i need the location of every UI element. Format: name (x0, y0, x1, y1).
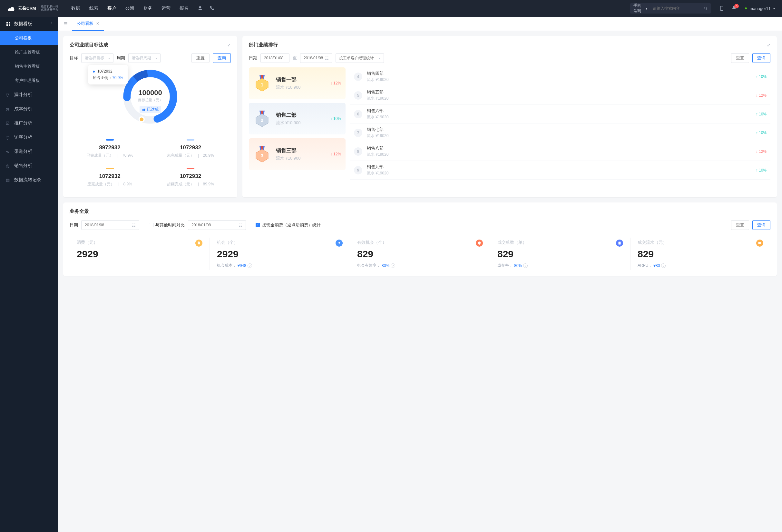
help-icon[interactable]: ? (523, 263, 528, 268)
rank-date-from[interactable]: 2018/01/08 (260, 53, 289, 63)
nav-客户[interactable]: 客户 (107, 5, 116, 11)
rank-reset-button[interactable]: 重置 (731, 53, 749, 63)
sidebar-item-客户经理看板[interactable]: 客户经理看板 (0, 73, 58, 88)
card-icon (756, 240, 763, 247)
kpi-2: 有效机会（个）829机会有效率：80%? (350, 238, 490, 270)
ov-query-button[interactable]: 查询 (752, 220, 771, 230)
rank-date-to-label: 至 (293, 55, 297, 61)
search-box: 手机号码▾ (630, 3, 711, 13)
sidebar-item-推广分析[interactable]: ☑推广分析 (0, 116, 58, 130)
rank-item-4: 4销售四部流水 ¥19020↑ 10% (350, 67, 771, 86)
svg-text:2: 2 (261, 117, 263, 123)
rank-medal-3: 3销售三部流水 ¥10,900↓ 12% (249, 138, 346, 170)
tab-label: 公司看板 (77, 21, 94, 27)
tabs-menu-toggle[interactable]: ☰ (61, 20, 70, 27)
rank-date-label: 日期 (249, 55, 257, 61)
sidebar-item-label: 数据流转记录 (14, 177, 41, 183)
search-input[interactable] (653, 6, 701, 11)
ov-reset-button[interactable]: 重置 (731, 220, 749, 230)
change-up: ↑ 10% (330, 116, 341, 121)
svg-rect-4 (6, 24, 8, 26)
ov-date-picker[interactable]: 2018/01/08☷ (81, 220, 139, 230)
rank-query-button[interactable]: 查询 (752, 53, 771, 63)
sidebar-item-推广主管看板[interactable]: 推广主管看板 (0, 45, 58, 59)
help-icon[interactable]: ? (248, 263, 252, 268)
bag-icon (196, 240, 203, 247)
search-type-select[interactable]: 手机号码▾ (633, 3, 650, 14)
user-name: manager11 (749, 6, 771, 11)
ov-cash-label: 按现金消费（返点后消费）统计 (262, 222, 321, 228)
mobile-icon[interactable] (719, 6, 724, 11)
cloud-icon (7, 5, 16, 12)
sidebar-item-销售主管看板[interactable]: 销售主管看板 (0, 59, 58, 73)
main: ☰ 公司看板 ✕ 公司业绩目标达成 ⤢ 目标 请选择目标▾ 周期 请选择周期▾ (58, 17, 782, 532)
rank-medal-2: 2销售二部流水 ¥10,900↑ 10% (249, 103, 346, 135)
logo[interactable]: 云朵CRM 教育机构一站 式服务云平台 (7, 5, 58, 12)
sidebar-parent-dashboard[interactable]: 数据看板 ˄ (0, 17, 58, 31)
svg-rect-5 (9, 24, 10, 26)
tab-company-board[interactable]: 公司看板 ✕ (72, 17, 104, 31)
chevron-up-icon: ˄ (50, 22, 52, 26)
sidebar-item-访客分析[interactable]: ◌访客分析 (0, 130, 58, 144)
sidebar-item-漏斗分析[interactable]: ▽漏斗分析 (0, 88, 58, 102)
nav-数据[interactable]: 数据 (71, 5, 80, 11)
notification-badge: 5 (734, 4, 739, 8)
user-icon[interactable] (198, 6, 203, 11)
status-tag: 已达成 (140, 106, 161, 113)
menu-icon: ◷ (6, 107, 11, 112)
sidebar-item-销售分析[interactable]: ◎销售分析 (0, 158, 58, 173)
metric-2: 1072932应完成量（元） | 8.9% (70, 163, 150, 191)
nav-公海[interactable]: 公海 (126, 5, 134, 11)
doc-icon (616, 240, 623, 247)
menu-icon: ◎ (6, 164, 11, 168)
help-icon[interactable]: ? (391, 263, 395, 268)
goal-reset-button[interactable]: 重置 (191, 53, 210, 63)
sidebar-item-数据流转记录[interactable]: ▤数据流转记录 (0, 173, 58, 187)
expand-icon[interactable]: ⤢ (227, 42, 231, 47)
help-icon[interactable]: ? (661, 263, 666, 268)
notification-bell[interactable]: 5 (732, 5, 737, 11)
goal-period-select[interactable]: 请选择周期▾ (128, 53, 161, 63)
user-menu[interactable]: manager11 ▾ (745, 6, 775, 11)
goal-target-select[interactable]: 请选择目标▾ (81, 53, 113, 63)
sidebar-item-label: 推广分析 (14, 120, 32, 126)
rank-medal-1: 1销售一部流水 ¥10,900↓ 12% (249, 67, 346, 99)
metric-3: 1072932超额完成（元） | 89.9% (150, 163, 231, 191)
sidebar-parent-label: 数据看板 (14, 21, 32, 27)
sidebar-item-公司看板[interactable]: 公司看板 (0, 31, 58, 45)
sidebar-item-渠道分析[interactable]: ∿渠道分析 (0, 144, 58, 158)
menu-icon: ∿ (6, 149, 11, 154)
plane-icon (335, 240, 343, 247)
sidebar-item-成本分析[interactable]: ◷成本分析 (0, 102, 58, 116)
goal-query-button[interactable]: 查询 (213, 53, 231, 63)
ov-date-label: 日期 (70, 222, 78, 228)
phone-icon[interactable] (209, 6, 214, 11)
sidebar-item-label: 渠道分析 (14, 149, 32, 154)
close-icon[interactable]: ✕ (96, 21, 99, 26)
nav-运营[interactable]: 运营 (162, 5, 171, 11)
metric-1: 1072932未完成量（元） | 20.9% (150, 135, 231, 163)
nav-线索[interactable]: 线索 (89, 5, 98, 11)
expand-icon[interactable]: ⤢ (767, 42, 771, 47)
menu-icon: ▤ (6, 178, 11, 182)
ov-date2-picker[interactable]: 2018/01/08☷ (188, 220, 246, 230)
kpi-1: 机会（个）2929机会成本：¥948? (210, 238, 350, 270)
thumbs-up-icon (142, 108, 146, 111)
rank-stat-select[interactable]: 按工单客户经理统计▾ (335, 53, 384, 63)
svg-rect-3 (9, 22, 10, 24)
top-nav-extra (198, 6, 214, 11)
rank-card: 部门业绩排行 ⤢ 日期 2018/01/08 至 2018/01/08☷ 按工单… (242, 36, 777, 197)
ov-compare-checkbox[interactable] (149, 223, 153, 227)
svg-rect-26 (758, 242, 761, 244)
medal-icon: 1 (253, 74, 271, 92)
overview-title: 业务全景 (70, 208, 771, 214)
nav-报名[interactable]: 报名 (180, 5, 188, 11)
nav-财务[interactable]: 财务 (143, 5, 152, 11)
ov-compare-label: 与其他时间对比 (155, 222, 185, 228)
ov-cash-checkbox[interactable] (256, 223, 260, 227)
rank-date-to[interactable]: 2018/01/08☷ (300, 53, 332, 63)
menu-icon: ☑ (6, 121, 11, 126)
rank-item-8: 8销售八部流水 ¥19020↓ 12% (350, 142, 771, 161)
search-icon[interactable] (704, 6, 708, 11)
donut-total: 100000 (138, 89, 163, 97)
